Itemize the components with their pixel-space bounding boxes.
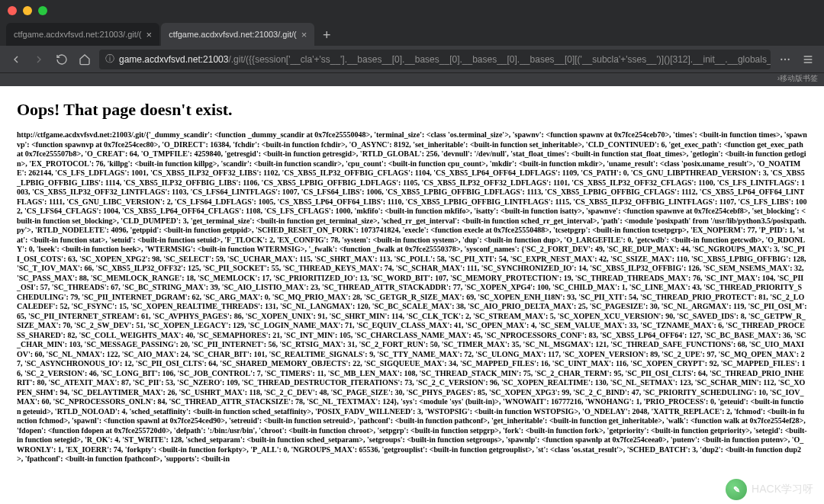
browser-tab-bar: ctfgame.acdxvfsvd.net:21003/.git/( × ctf…: [0, 21, 824, 46]
nav-home-button[interactable]: [76, 51, 93, 68]
nav-forward-button[interactable]: [31, 51, 47, 68]
page-actions-icon[interactable]: [777, 51, 793, 68]
browser-tab-1[interactable]: ctfgame.acdxvfsvd.net:21003/.git/( ×: [161, 23, 314, 46]
tab-close-icon[interactable]: ×: [301, 30, 307, 40]
page-heading: Oops! That page doesn't exist.: [17, 100, 807, 120]
browser-toolbar: ⓘ game.acdxvfsvd.net:21003 /.git/({{sess…: [0, 46, 824, 73]
window-titlebar: [0, 0, 824, 21]
window-minimize-button[interactable]: [23, 6, 32, 15]
svg-point-0: [781, 58, 782, 59]
browser-tab-0-title: ctfgame.acdxvfsvd.net:21003/.git/(: [14, 30, 142, 39]
watermark-text: HACK学习呀: [752, 483, 813, 496]
nav-back-button[interactable]: [8, 51, 24, 68]
nav-reload-button[interactable]: [53, 51, 70, 68]
watermark-icon: ✎: [726, 479, 747, 500]
watermark: ✎ HACK学习呀: [726, 479, 813, 500]
new-tab-button[interactable]: +: [316, 24, 337, 46]
window-maximize-button[interactable]: [38, 6, 47, 15]
traffic-lights: [8, 6, 47, 15]
address-bar[interactable]: ⓘ game.acdxvfsvd.net:21003 /.git/({{sess…: [99, 50, 771, 69]
browser-tab-1-title: ctfgame.acdxvfsvd.net:21003/.git/(: [169, 30, 297, 39]
page-content: Oops! That page doesn't exist. http://ct…: [0, 86, 824, 504]
python-globals-dump: http://ctfgame.acdxvfsvd.net:21003/.git/…: [17, 130, 807, 464]
url-domain: game.acdxvfsvd.net:21003: [119, 54, 228, 65]
browser-menu-button[interactable]: [800, 51, 816, 68]
browser-tab-0[interactable]: ctfgame.acdxvfsvd.net:21003/.git/( ×: [6, 23, 159, 46]
url-path: /.git/({{session['__cla'+'ss__'].__bases…: [228, 54, 771, 65]
bookmark-strip-label[interactable]: ›移动版书签: [0, 73, 824, 86]
svg-point-2: [788, 58, 790, 59]
tab-close-icon[interactable]: ×: [146, 30, 153, 40]
svg-point-1: [784, 58, 786, 59]
window-close-button[interactable]: [8, 6, 17, 15]
site-info-icon[interactable]: ⓘ: [105, 53, 114, 66]
